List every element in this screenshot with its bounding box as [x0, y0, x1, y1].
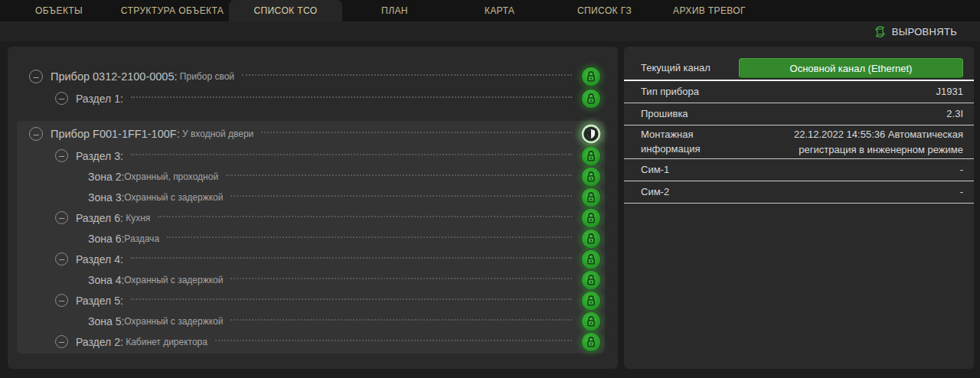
lock-icon[interactable] — [581, 311, 601, 331]
lock-icon[interactable] — [581, 208, 601, 228]
tree-item-description: Охранный, проходной — [124, 171, 218, 182]
tree-item-name: Раздел 6: — [76, 212, 123, 224]
tree-item-name: Раздел 2: — [76, 336, 123, 348]
detail-row: Текущий канал Основной канал (Ethernet) — [624, 57, 974, 81]
dotted-leader — [215, 340, 572, 341]
detail-label: Тип прибора — [641, 85, 739, 99]
collapse-toggle-icon[interactable]: – — [55, 211, 68, 224]
tree-item-name: Раздел 4: — [76, 253, 123, 266]
tree-row[interactable]: – Раздел 4: — [17, 249, 605, 269]
dotted-leader — [230, 319, 572, 321]
tree-row[interactable]: – Раздел 6: Кухня — [17, 207, 605, 228]
device-tree-panel: – Прибор 0312-2100-0005: Прибор свой – — [8, 47, 618, 369]
tree-item-name: Зона 6: — [88, 233, 124, 245]
detail-label: Сим-2 — [641, 185, 739, 200]
detail-value: - — [739, 162, 963, 178]
collapse-toggle-icon[interactable]: – — [29, 127, 43, 141]
tree-row[interactable]: Зона 4: Охранный с задержкой — [17, 269, 605, 290]
lock-icon[interactable] — [581, 249, 601, 269]
tree-item-description: Охранный с задержкой — [124, 275, 223, 285]
detail-row: Сим-2 - — [624, 181, 974, 204]
detail-value: - — [739, 184, 963, 200]
tree-row[interactable]: – Прибор 0312-2100-0005: Прибор свой — [17, 65, 605, 88]
tree-row[interactable]: – Раздел 5: — [17, 290, 605, 311]
lock-icon[interactable] — [581, 332, 601, 352]
detail-value: 2.3I — [739, 106, 963, 122]
dotted-leader — [131, 257, 572, 259]
toolbar: ВЫРОВНЯТЬ — [0, 21, 980, 41]
tree-item-name: Прибор F001-1FF1-100F: — [51, 128, 180, 140]
tree-item-name: Зона 3: — [88, 191, 124, 204]
tab-object-structure[interactable]: СТРУКТУРА ОБЪЕКТА — [116, 0, 229, 21]
detail-row: Монтажная информация 22.12.2022 14:55:36… — [624, 125, 974, 159]
tree-group: – Прибор 0312-2100-0005: Прибор свой – — [17, 64, 605, 110]
lock-icon[interactable] — [581, 187, 601, 207]
tab-alarm-archive[interactable]: АРХИВ ТРЕВОГ — [657, 0, 762, 21]
top-tab-bar: ОБЪЕКТЫ СТРУКТУРА ОБЪЕКТА СПИСОК ТСО ПЛА… — [0, 0, 980, 21]
tree-item-description: Охранный с задержкой — [124, 192, 223, 203]
detail-row: Прошивка 2.3I — [624, 103, 974, 125]
align-button[interactable]: ВЫРОВНЯТЬ — [874, 25, 957, 38]
lock-icon[interactable] — [581, 67, 601, 86]
tree-item-description: Раздача — [124, 233, 159, 244]
tree-row[interactable]: Зона 5: Охранный с задержкой — [17, 311, 605, 331]
collapse-toggle-icon[interactable]: – — [55, 92, 68, 105]
dotted-leader — [230, 195, 572, 197]
detail-label: Текущий канал — [641, 61, 739, 76]
tab-objects[interactable]: ОБЪЕКТЫ — [2, 0, 116, 21]
tab-tso-list[interactable]: СПИСОК ТСО — [229, 0, 342, 21]
guard-shield-icon[interactable] — [581, 124, 601, 144]
lock-icon[interactable] — [581, 146, 601, 166]
align-button-label: ВЫРОВНЯТЬ — [892, 26, 957, 37]
detail-row: Сим-1 - — [624, 159, 974, 181]
tree-item-description: У входной двери — [180, 129, 254, 139]
collapse-toggle-icon[interactable]: – — [29, 70, 43, 83]
dotted-leader — [131, 154, 572, 155]
tab-plan[interactable]: ПЛАН — [342, 0, 447, 21]
lock-icon[interactable] — [581, 229, 601, 249]
tree-row[interactable]: Зона 6: Раздача — [17, 228, 605, 249]
tree-row[interactable]: – Раздел 2: Кабинет директора — [17, 331, 605, 352]
dotted-leader — [167, 236, 572, 238]
tree-row[interactable]: Зона 2: Охранный, проходной — [17, 166, 605, 187]
tree-row[interactable]: Зона 3: Охранный с задержкой — [17, 187, 605, 207]
collapse-toggle-icon[interactable]: – — [55, 149, 68, 162]
lock-icon[interactable] — [581, 270, 601, 290]
tree-item-name: Раздел 5: — [76, 295, 123, 307]
collapse-toggle-icon[interactable]: – — [55, 335, 68, 348]
align-rotate-icon — [874, 25, 887, 38]
tree-item-name: Зона 4: — [88, 274, 124, 286]
dotted-leader — [242, 74, 572, 76]
tree-row[interactable]: – Раздел 1: — [17, 88, 605, 109]
tab-gz-list[interactable]: СПИСОК ГЗ — [552, 0, 657, 21]
lock-icon[interactable] — [581, 291, 601, 311]
dotted-leader — [261, 132, 572, 133]
tree-item-description: Прибор свой — [178, 71, 235, 82]
tree-group: – Прибор F001-1FF1-100F: У входной двери… — [17, 121, 605, 354]
tree-row[interactable]: – Прибор F001-1FF1-100F: У входной двери — [17, 122, 605, 145]
lock-icon[interactable] — [581, 167, 601, 187]
collapse-toggle-icon[interactable]: – — [55, 253, 68, 266]
tree-item-description: Охранный с задержкой — [124, 316, 223, 327]
dotted-leader — [131, 298, 572, 300]
collapse-toggle-icon[interactable]: – — [55, 294, 68, 307]
detail-row: Тип прибора J1931 — [624, 81, 974, 103]
main-area: – Прибор 0312-2100-0005: Прибор свой – — [8, 47, 974, 369]
tree-item-name: Раздел 3: — [76, 150, 123, 162]
tree-row[interactable]: – Раздел 3: — [17, 145, 605, 166]
tree-item-description: Кухня — [123, 213, 150, 223]
tab-map[interactable]: КАРТА — [447, 0, 552, 21]
tree-item-name: Зона 2: — [88, 171, 124, 183]
device-tree: – Прибор 0312-2100-0005: Прибор свой – — [8, 64, 618, 354]
detail-label: Прошивка — [641, 107, 739, 122]
detail-label: Сим-1 — [641, 163, 739, 178]
tree-item-name: Прибор 0312-2100-0005: — [51, 70, 178, 83]
dotted-leader — [230, 278, 572, 279]
tree-item-name: Раздел 1: — [76, 93, 123, 105]
lock-icon[interactable] — [581, 89, 601, 109]
channel-button[interactable]: Основной канал (Ethernet) — [739, 58, 963, 78]
tree-item-name: Зона 5: — [88, 315, 124, 327]
device-details-panel: Текущий канал Основной канал (Ethernet) … — [624, 47, 974, 369]
dotted-leader — [226, 174, 572, 176]
dotted-leader — [131, 96, 572, 98]
